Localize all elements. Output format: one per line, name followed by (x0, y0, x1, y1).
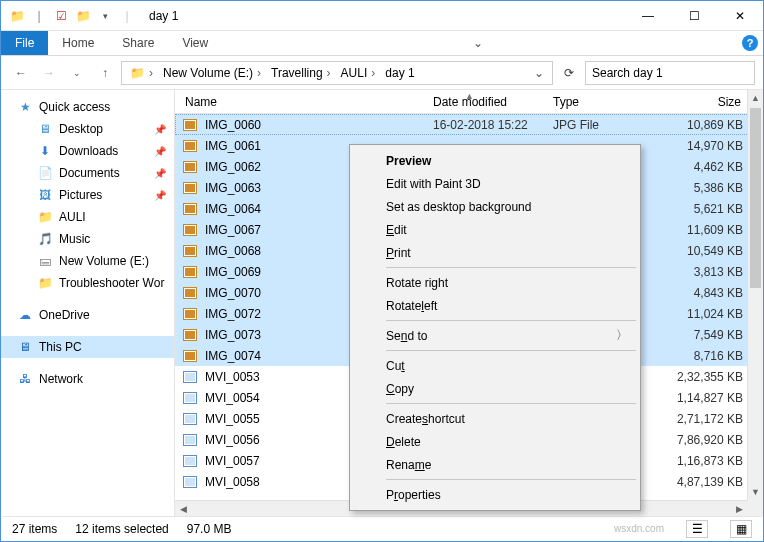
ctx-paint3d[interactable]: Edit with Paint 3D (352, 172, 638, 195)
file-tab[interactable]: File (1, 31, 48, 55)
sidebar-onedrive[interactable]: ☁OneDrive (1, 304, 174, 326)
forward-button[interactable]: → (37, 61, 61, 85)
star-icon: ★ (17, 99, 33, 115)
sidebar-item-label: New Volume (E:) (59, 254, 149, 268)
refresh-button[interactable]: ⟳ (557, 66, 581, 80)
scroll-down-icon[interactable]: ▼ (748, 484, 763, 500)
scroll-right-icon[interactable]: ▶ (731, 501, 747, 516)
window-controls: — ☐ ✕ (625, 1, 763, 30)
minimize-button[interactable]: — (625, 1, 671, 31)
breadcrumb-root-icon[interactable]: 📁› (126, 66, 157, 80)
scroll-thumb[interactable] (750, 108, 761, 288)
recent-dropdown[interactable]: ⌄ (65, 61, 89, 85)
sidebar-item-label: AULI (59, 210, 86, 224)
sidebar: ★Quick access 🖥Desktop📌⬇Downloads📌📄Docum… (1, 90, 175, 516)
ctx-copy[interactable]: Copy (352, 377, 638, 400)
status-selected: 12 items selected (75, 522, 168, 536)
up-button[interactable]: ↑ (93, 61, 117, 85)
scroll-up-icon[interactable]: ▲ (748, 90, 763, 106)
pin-icon: 📌 (154, 190, 166, 201)
ctx-sep (386, 350, 636, 351)
breadcrumb[interactable]: 📁› New Volume (E:)› Travelling› AULI› da… (121, 61, 553, 85)
breadcrumb-seg-1[interactable]: Travelling› (267, 66, 335, 80)
sidebar-item-5[interactable]: 🎵Music (1, 228, 174, 250)
cloud-icon: ☁ (17, 307, 33, 323)
properties-qat-icon[interactable]: ☑ (51, 6, 71, 26)
tab-view[interactable]: View (168, 31, 222, 55)
sidebar-item-6[interactable]: 🖴New Volume (E:) (1, 250, 174, 272)
network-icon: 🖧 (17, 371, 33, 387)
scroll-left-icon[interactable]: ◀ (175, 501, 191, 516)
ctx-sep (386, 320, 636, 321)
image-file-icon (183, 266, 197, 278)
ctx-delete[interactable]: Delete (352, 430, 638, 453)
sort-indicator-icon: ▲ (465, 91, 474, 101)
tab-share[interactable]: Share (108, 31, 168, 55)
ctx-rename[interactable]: Rename (352, 453, 638, 476)
sidebar-item-1[interactable]: ⬇Downloads📌 (1, 140, 174, 162)
image-file-icon (183, 161, 197, 173)
nav-row: ← → ⌄ ↑ 📁› New Volume (E:)› Travelling› … (1, 56, 763, 90)
ctx-cut[interactable]: Cut (352, 354, 638, 377)
col-date[interactable]: Date modified (433, 95, 553, 109)
table-row[interactable]: IMG_006016-02-2018 15:22JPG File10,869 K… (175, 114, 763, 135)
close-button[interactable]: ✕ (717, 1, 763, 31)
image-file-icon (183, 245, 197, 257)
scrollbar-vertical[interactable]: ▲ ▼ (747, 90, 763, 500)
sidebar-item-7[interactable]: 📁Troubleshooter Wor (1, 272, 174, 294)
sidebar-thispc[interactable]: 🖥This PC (1, 336, 174, 358)
breadcrumb-seg-2[interactable]: AULI› (337, 66, 380, 80)
ctx-set-background[interactable]: Set as desktop background (352, 195, 638, 218)
image-file-icon (183, 224, 197, 236)
pin-icon: 📌 (154, 168, 166, 179)
status-size: 97.0 MB (187, 522, 232, 536)
new-folder-qat-icon[interactable]: 📁 (73, 6, 93, 26)
fold-icon: 📁 (37, 209, 53, 225)
ctx-sep (386, 267, 636, 268)
breadcrumb-seg-0[interactable]: New Volume (E:)› (159, 66, 265, 80)
ctx-preview[interactable]: Preview (352, 149, 638, 172)
ctx-rotate-right[interactable]: Rotate right (352, 271, 638, 294)
sidebar-quick-access[interactable]: ★Quick access (1, 96, 174, 118)
ctx-rotate-left[interactable]: Rotate left (352, 294, 638, 317)
video-file-icon (183, 413, 197, 425)
pc-icon: 🖥 (17, 339, 33, 355)
ctx-send-to[interactable]: Send to〉 (352, 324, 638, 347)
video-file-icon (183, 434, 197, 446)
image-file-icon (183, 350, 197, 362)
maximize-button[interactable]: ☐ (671, 1, 717, 31)
qat-separator: | (117, 6, 137, 26)
ctx-print[interactable]: Print (352, 241, 638, 264)
tab-home[interactable]: Home (48, 31, 108, 55)
sidebar-item-0[interactable]: 🖥Desktop📌 (1, 118, 174, 140)
sidebar-network[interactable]: 🖧Network (1, 368, 174, 390)
help-button[interactable]: ? (737, 31, 763, 55)
view-thumbnails-button[interactable]: ▦ (730, 520, 752, 538)
search-input[interactable]: Search day 1 (585, 61, 755, 85)
back-button[interactable]: ← (9, 61, 33, 85)
ribbon: File Home Share View ⌄ ? (1, 31, 763, 56)
col-name[interactable]: Name (181, 95, 433, 109)
qat-dropdown-icon[interactable]: ▾ (95, 6, 115, 26)
submenu-arrow-icon: 〉 (616, 327, 628, 344)
watermark: wsxdn.com (614, 523, 664, 534)
address-dropdown-icon[interactable]: ⌄ (530, 66, 548, 80)
sidebar-item-label: Troubleshooter Wor (59, 276, 164, 290)
ctx-properties[interactable]: Properties (352, 483, 638, 506)
ctx-edit[interactable]: Edit (352, 218, 638, 241)
sidebar-item-label: Desktop (59, 122, 103, 136)
ctx-create-shortcut[interactable]: Create shortcut (352, 407, 638, 430)
col-type[interactable]: Type (553, 95, 665, 109)
ribbon-expand[interactable]: ⌄ (465, 31, 491, 55)
context-menu: Preview Edit with Paint 3D Set as deskto… (349, 144, 641, 511)
mus-icon: 🎵 (37, 231, 53, 247)
breadcrumb-seg-3[interactable]: day 1 (381, 66, 418, 80)
sidebar-item-4[interactable]: 📁AULI (1, 206, 174, 228)
image-file-icon (183, 329, 197, 341)
sidebar-item-label: Documents (59, 166, 120, 180)
doc-icon: 📄 (37, 165, 53, 181)
sidebar-item-2[interactable]: 📄Documents📌 (1, 162, 174, 184)
view-details-button[interactable]: ☰ (686, 520, 708, 538)
image-file-icon (183, 182, 197, 194)
sidebar-item-3[interactable]: 🖼Pictures📌 (1, 184, 174, 206)
